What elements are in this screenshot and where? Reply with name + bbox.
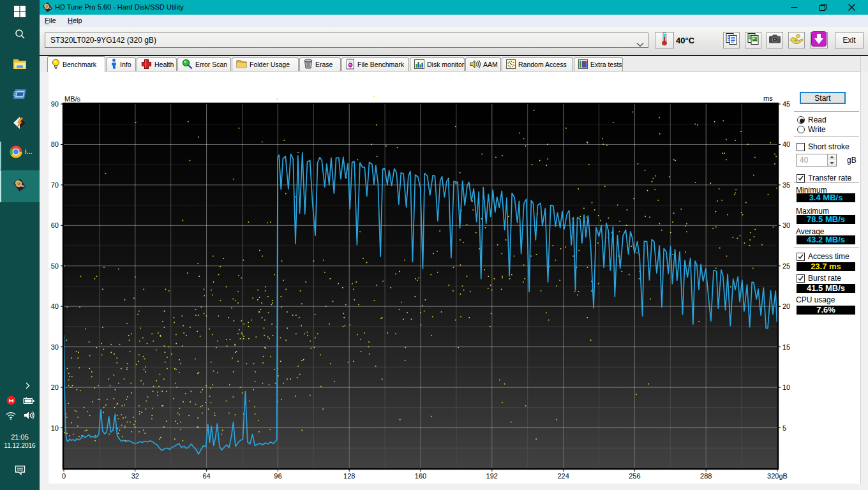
screen: i... 21:05 11.12.2016 HD Tune Pro 5.60 -… <box>0 0 868 490</box>
taskbar-search-button[interactable] <box>0 27 40 45</box>
taskbar-hdtune[interactable] <box>0 178 40 195</box>
folder-icon <box>236 59 247 70</box>
search-icon <box>14 29 26 43</box>
exit-label: Exit <box>842 36 855 45</box>
copy-text-button[interactable] <box>723 32 740 48</box>
action-center-icon <box>15 465 26 478</box>
copy-image-button[interactable] <box>745 32 761 48</box>
tab-label: Info <box>120 61 131 68</box>
copy-text-icon <box>725 33 738 48</box>
window-bottom-edge <box>40 484 868 490</box>
tab-label: Error Scan <box>195 61 227 68</box>
start-button[interactable] <box>0 4 40 22</box>
donate-hands-icon <box>789 33 804 47</box>
file-explorer-icon <box>13 57 27 73</box>
drive-select-value: ST320LT020-9YG142 (320 gB) <box>50 33 156 47</box>
taskbar-clock[interactable]: 21:05 11.12.2016 <box>0 433 40 450</box>
close-button[interactable] <box>837 0 866 15</box>
screenshot-button[interactable] <box>767 32 783 48</box>
bulb-icon <box>52 59 60 71</box>
tab-label: Random Access <box>518 61 567 68</box>
tab-aam[interactable]: AAM <box>465 57 501 71</box>
start-icon <box>14 6 26 20</box>
copy-image-icon <box>747 33 760 48</box>
winamp-icon <box>13 116 27 132</box>
tab-erase[interactable]: Erase <box>299 57 341 71</box>
volume-icon <box>24 411 34 422</box>
window-title: HD Tune Pro 5.60 - Hard Disk/SSD Utility <box>55 0 184 15</box>
update-download-icon <box>811 31 827 49</box>
temperature-value: 40°C <box>676 36 694 45</box>
tab-error-scan[interactable]: Error Scan <box>177 57 231 71</box>
clock-date: 11.12.2016 <box>0 442 40 450</box>
speaker-icon <box>470 59 481 70</box>
tab-health[interactable]: Health <box>137 57 177 71</box>
update-button[interactable] <box>810 32 828 48</box>
extra-tests-icon <box>578 59 588 70</box>
menubar: File Help <box>40 15 868 27</box>
tab-folder-usage[interactable]: Folder Usage <box>232 57 299 71</box>
minimize-icon <box>791 2 798 13</box>
tab-random-access[interactable]: Random Access <box>502 57 573 71</box>
tray-expand-button[interactable] <box>8 380 47 392</box>
maximize-button[interactable] <box>809 0 837 15</box>
menu-help[interactable]: Help <box>68 15 82 27</box>
titlebar[interactable]: HD Tune Pro 5.60 - Hard Disk/SSD Utility <box>40 0 868 15</box>
benchmark-tabpage <box>49 71 860 484</box>
tab-label: Health <box>154 61 174 68</box>
health-cross-icon <box>141 59 152 71</box>
drive-select[interactable]: ST320LT020-9YG142 (320 gB) <box>45 33 648 48</box>
tab-info[interactable]: Info <box>106 57 136 71</box>
toolbar: ST320LT020-9YG142 (320 gB) 40°C Exit <box>40 27 868 55</box>
window-right-edge <box>860 56 861 484</box>
tab-label: Benchmark <box>63 61 96 68</box>
tray-battery[interactable] <box>9 396 49 407</box>
tray-volume[interactable] <box>9 411 49 422</box>
bar-chart-icon <box>414 59 424 70</box>
action-center-button[interactable] <box>0 464 40 479</box>
hdtune-disk-icon <box>13 179 26 194</box>
chrome-badge-text: i... <box>25 147 33 155</box>
taskbar: i... 21:05 11.12.2016 <box>0 0 40 490</box>
tab-label: Disk monitor <box>427 61 464 68</box>
thermometer-icon <box>661 32 668 48</box>
battery-icon <box>23 396 34 407</box>
close-icon <box>848 2 855 13</box>
menu-file[interactable]: File <box>45 15 56 27</box>
chevron-down-icon <box>636 38 644 50</box>
scatter-icon <box>506 59 516 70</box>
restore-icon <box>819 2 827 13</box>
screenshot-camera-icon <box>768 34 781 47</box>
chevron-up-icon <box>24 380 31 392</box>
tab-benchmark[interactable]: Benchmark <box>47 56 105 72</box>
tab-label: AAM <box>483 61 498 68</box>
tab-label: Folder Usage <box>250 61 290 68</box>
minimize-button[interactable] <box>780 0 809 15</box>
info-icon <box>110 59 117 70</box>
tab-label: Extra tests <box>590 61 622 68</box>
tab-label: Erase <box>315 61 333 68</box>
taskbar-app-blue[interactable] <box>0 86 40 104</box>
trash-icon <box>304 59 313 70</box>
exit-button[interactable]: Exit <box>835 32 864 48</box>
temperature-button[interactable] <box>655 32 674 48</box>
tab-file-benchmark[interactable]: File Benchmark <box>341 57 409 71</box>
taskbar-file-explorer[interactable] <box>0 56 40 74</box>
file-bulb-icon <box>346 59 355 71</box>
app-blue-icon <box>13 88 27 103</box>
magnifier-icon <box>182 59 193 71</box>
chrome-icon <box>10 145 22 161</box>
clock-time: 21:05 <box>0 433 40 442</box>
tab-disk-monitor[interactable]: Disk monitor <box>410 57 465 71</box>
hdtune-window: HD Tune Pro 5.60 - Hard Disk/SSD Utility… <box>40 0 868 490</box>
hdtune-disk-icon <box>43 3 52 14</box>
tab-label: File Benchmark <box>357 61 404 68</box>
taskbar-winamp[interactable] <box>0 115 40 133</box>
donate-button[interactable] <box>788 32 805 48</box>
tab-extra-tests[interactable]: Extra tests <box>574 57 623 71</box>
tab-strip: BenchmarkInfoHealthError ScanFolder Usag… <box>40 56 868 71</box>
